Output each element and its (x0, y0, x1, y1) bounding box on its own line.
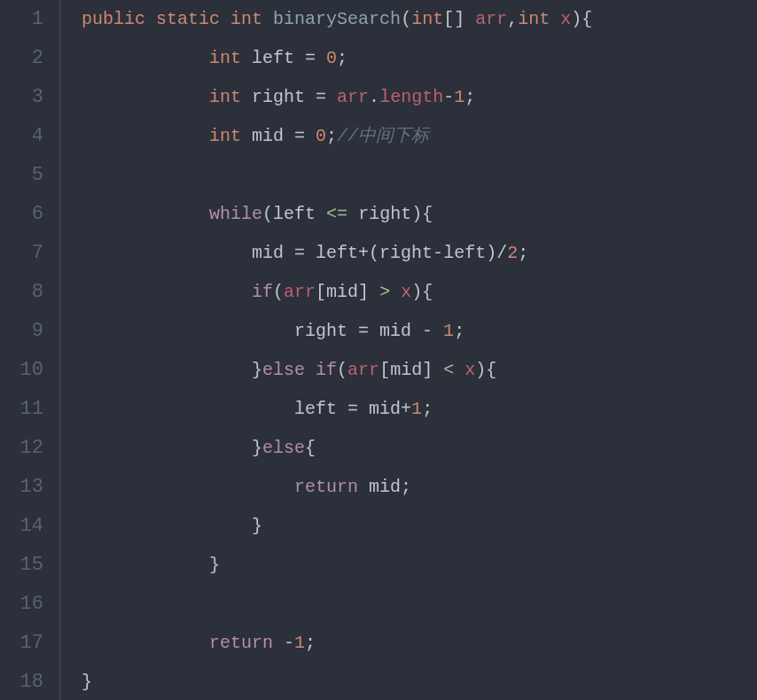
code-token: return (294, 477, 358, 497)
code-token: right (379, 243, 433, 263)
code-line[interactable]: mid = left+(right-left)/2; (82, 234, 757, 273)
code-token: = (284, 126, 316, 146)
code-token (305, 360, 316, 380)
code-token: } (82, 555, 220, 575)
code-line[interactable]: int left = 0; (82, 39, 757, 78)
line-number: 1 (7, 0, 43, 39)
code-token: [ (379, 360, 390, 380)
code-token: - (273, 633, 294, 653)
code-line[interactable]: while(left <= right){ (82, 195, 757, 234)
code-line[interactable]: return -1; (82, 624, 757, 663)
code-line[interactable]: left = mid+1; (82, 390, 757, 429)
code-token: . (369, 87, 379, 107)
code-token: return (209, 633, 273, 653)
line-number: 10 (7, 351, 43, 390)
code-token (82, 243, 252, 263)
code-token: ] (358, 282, 379, 302)
code-token (82, 204, 209, 224)
line-number: 11 (7, 390, 43, 429)
code-token: 1 (294, 633, 305, 653)
line-number: 17 (7, 624, 43, 663)
code-token: ] (422, 360, 443, 380)
code-token (262, 9, 273, 29)
line-number: 2 (7, 39, 43, 78)
code-token: while (209, 204, 262, 224)
line-number: 5 (7, 156, 43, 195)
line-number-gutter: 123456789101112131415161718 (0, 0, 60, 700)
code-line[interactable] (82, 156, 757, 195)
code-token: else (262, 438, 305, 458)
code-token (241, 126, 252, 146)
line-number: 18 (7, 663, 43, 700)
code-token: ; (518, 243, 528, 263)
code-token: = (305, 87, 337, 107)
code-token: } (82, 438, 262, 458)
code-token: binarySearch (273, 9, 401, 29)
code-token: mid (369, 399, 401, 419)
code-line[interactable]: }else if(arr[mid] < x){ (82, 351, 757, 390)
code-token: int (518, 9, 550, 29)
code-token: ; (454, 321, 464, 341)
code-token: ){ (571, 9, 592, 29)
code-token: public (82, 9, 145, 29)
code-line[interactable]: return mid; (82, 468, 757, 507)
code-token: ){ (411, 282, 433, 302)
code-token: - (433, 243, 443, 263)
code-token: +( (358, 243, 379, 263)
code-line[interactable]: int right = arr.length-1; (82, 78, 757, 117)
code-token: <= (326, 204, 347, 224)
code-token: ; (326, 126, 337, 146)
code-token: [ (316, 282, 326, 302)
code-token: if (252, 282, 273, 302)
code-token: < (443, 360, 454, 380)
code-token: ; (305, 633, 316, 653)
code-token: left (443, 243, 486, 263)
code-token: = (347, 321, 379, 341)
code-token: mid (369, 477, 401, 497)
code-line[interactable]: } (82, 507, 757, 546)
code-token (316, 204, 326, 224)
code-token: ( (401, 9, 411, 29)
line-number: 9 (7, 312, 43, 351)
code-token: else (262, 360, 305, 380)
code-token: right (252, 87, 305, 107)
code-line[interactable]: } (82, 663, 757, 700)
code-token: int (411, 9, 443, 29)
code-token: 1 (443, 321, 454, 341)
code-token: arr (475, 9, 507, 29)
code-token: x (560, 9, 571, 29)
code-token: mid (379, 321, 411, 341)
code-line[interactable]: }else{ (82, 429, 757, 468)
code-token (82, 48, 209, 68)
code-token: arr (337, 87, 369, 107)
code-token: ){ (411, 204, 433, 224)
code-token: = (284, 243, 316, 263)
code-token (241, 87, 252, 107)
code-line[interactable] (82, 585, 757, 624)
code-line[interactable]: right = mid - 1; (82, 312, 757, 351)
code-line[interactable]: } (82, 546, 757, 585)
line-number: 13 (7, 468, 43, 507)
code-token: left (273, 204, 316, 224)
code-token: ( (262, 204, 273, 224)
code-token: x (401, 282, 411, 302)
code-token: //中间下标 (337, 126, 429, 146)
code-token: ; (422, 399, 433, 419)
code-line[interactable]: if(arr[mid] > x){ (82, 273, 757, 312)
code-token: ( (337, 360, 347, 380)
code-token: 1 (454, 87, 464, 107)
code-token: } (82, 360, 262, 380)
code-token (145, 9, 156, 29)
code-line[interactable]: public static int binarySearch(int[] arr… (82, 0, 757, 39)
code-token: x (464, 360, 475, 380)
code-line[interactable]: int mid = 0;//中间下标 (82, 117, 757, 156)
code-token: left (252, 48, 294, 68)
code-token: arr (284, 282, 316, 302)
code-token: - (411, 321, 443, 341)
code-token: = (294, 48, 326, 68)
code-token: arr (347, 360, 379, 380)
code-token: mid (252, 243, 284, 263)
code-editor-content[interactable]: public static int binarySearch(int[] arr… (60, 0, 757, 700)
code-token: } (82, 672, 92, 692)
code-token: left (316, 243, 358, 263)
